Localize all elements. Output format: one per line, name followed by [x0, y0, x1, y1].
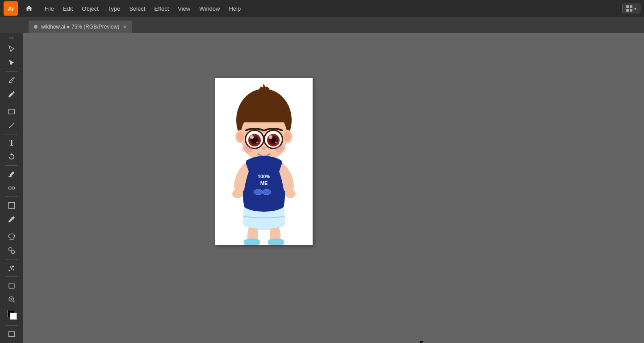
tool-fill-stroke[interactable]: [4, 307, 20, 322]
tool-artboard2[interactable]: [4, 279, 20, 292]
svg-point-42: [269, 135, 272, 139]
svg-point-49: [254, 189, 263, 195]
logo-text: Ai: [8, 5, 14, 12]
menu-view[interactable]: View: [173, 4, 195, 14]
svg-point-12: [8, 270, 10, 271]
menubar: Ai File Edit Object Type Select Effect V…: [0, 0, 644, 17]
menu-effect[interactable]: Effect: [150, 4, 173, 14]
svg-point-43: [275, 142, 277, 143]
workspace-switcher[interactable]: ▾: [622, 4, 640, 13]
tool-eraser[interactable]: [4, 168, 20, 181]
menu-file[interactable]: File: [40, 4, 59, 14]
tool-artboard[interactable]: [4, 199, 20, 212]
tool-line[interactable]: [4, 119, 20, 132]
svg-point-13: [11, 268, 13, 270]
svg-rect-5: [8, 202, 15, 209]
app-logo: Ai: [4, 1, 18, 16]
toolbar-separator-8: [5, 276, 18, 277]
svg-point-15: [13, 269, 14, 270]
tool-lasso[interactable]: [4, 230, 20, 243]
svg-point-4: [12, 187, 15, 189]
toolbar-separator-3: [5, 134, 18, 134]
workspace-grid-icon: [626, 5, 632, 12]
svg-point-10: [8, 247, 12, 251]
toolbar-separator-6: [5, 228, 18, 228]
toolbar-separator-7: [5, 259, 18, 259]
tool-shape-builder[interactable]: [4, 244, 20, 257]
svg-point-52: [232, 189, 243, 198]
tool-rectangle[interactable]: [4, 105, 20, 118]
svg-point-50: [262, 189, 271, 195]
menu-type[interactable]: Type: [103, 4, 125, 14]
svg-rect-16: [9, 283, 14, 289]
toolbar-separator-bottom: [5, 325, 18, 326]
tab-close-button[interactable]: ✕: [123, 24, 127, 30]
svg-rect-55: [244, 239, 260, 245]
canvas-area[interactable]: 100% ME: [23, 33, 644, 343]
toolbar-separator-2: [5, 103, 18, 103]
svg-point-11: [11, 250, 15, 254]
svg-rect-1: [8, 109, 15, 114]
tool-blend[interactable]: [4, 181, 20, 194]
toolbar-separator-5: [5, 197, 18, 197]
artboard: 100% ME: [215, 78, 313, 245]
menu-edit[interactable]: Edit: [59, 4, 77, 14]
svg-text:100%: 100%: [258, 174, 270, 179]
toolbar-separator-4: [5, 165, 18, 166]
tool-symbol-sprayer[interactable]: [4, 262, 20, 275]
menu-help[interactable]: Help: [224, 4, 245, 14]
toolbar-expand-button[interactable]: >>: [9, 36, 14, 40]
tool-direct-select[interactable]: [4, 43, 20, 56]
svg-point-28: [237, 132, 244, 141]
tool-pencil[interactable]: [4, 88, 20, 101]
menu-window[interactable]: Window: [195, 4, 224, 14]
tab-label: wikihow.ai ● 75% (RGB/Preview): [41, 24, 119, 30]
menu-object[interactable]: Object: [77, 4, 103, 14]
document-tab[interactable]: wikihow.ai ● 75% (RGB/Preview) ✕: [29, 21, 132, 33]
tool-zoom[interactable]: [4, 293, 20, 306]
tool-paintbrush[interactable]: [4, 74, 20, 87]
tabbar: wikihow.ai ● 75% (RGB/Preview) ✕: [0, 17, 644, 33]
svg-point-36: [256, 142, 258, 143]
artwork-svg: 100% ME: [215, 78, 313, 245]
svg-text:ME: ME: [260, 180, 268, 186]
svg-point-35: [250, 135, 254, 139]
tool-select[interactable]: [4, 57, 20, 70]
workspace-chevron-icon: ▾: [634, 6, 636, 11]
svg-point-14: [10, 266, 11, 268]
tool-type[interactable]: T: [4, 137, 20, 150]
home-button[interactable]: [22, 2, 36, 15]
tool-eyedropper[interactable]: [4, 213, 20, 226]
toolbar-separator-1: [5, 71, 18, 72]
tab-modified-indicator: [34, 25, 38, 29]
svg-rect-57: [268, 239, 284, 245]
svg-point-45: [242, 146, 253, 153]
svg-point-3: [8, 187, 11, 189]
svg-point-29: [284, 132, 291, 141]
main-area: >> T: [0, 33, 644, 343]
svg-line-2: [9, 123, 14, 128]
svg-rect-21: [8, 332, 15, 337]
left-toolbar: >> T: [0, 33, 23, 343]
svg-point-53: [285, 189, 296, 198]
menu-select[interactable]: Select: [125, 4, 150, 14]
tool-rotate[interactable]: [4, 150, 20, 163]
tool-screen-mode[interactable]: [4, 328, 20, 341]
svg-point-0: [9, 82, 10, 83]
svg-point-44: [262, 147, 266, 150]
svg-point-46: [275, 146, 286, 153]
svg-line-18: [13, 301, 14, 302]
